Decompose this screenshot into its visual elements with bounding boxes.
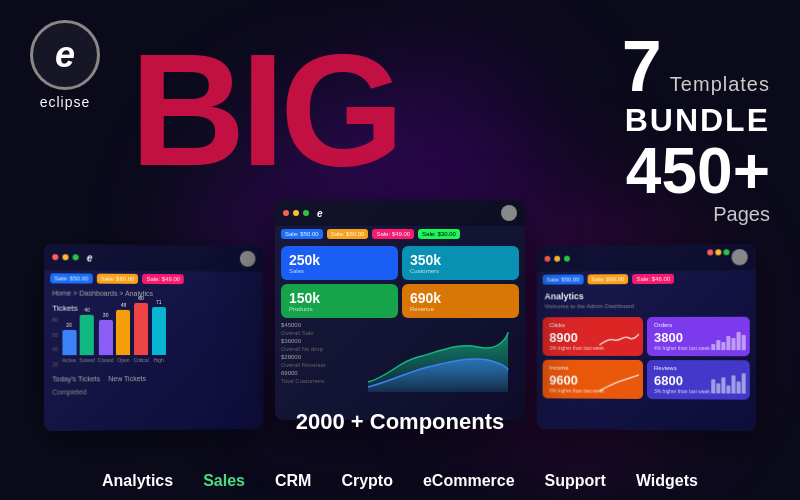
dot-green bbox=[73, 254, 79, 260]
brand-name: eclipse bbox=[40, 94, 91, 110]
stat-cards-grid: 250k Sales 350k Customers 150k Products … bbox=[275, 242, 525, 322]
metric-cards-grid: Clicks 8900 3% higher than last week Ord… bbox=[537, 313, 756, 404]
chart-label-3: $28000 bbox=[281, 354, 351, 360]
analytics-title: Analytics bbox=[537, 286, 756, 303]
reviews-sparkline bbox=[711, 373, 745, 393]
bar-critical bbox=[134, 303, 148, 355]
sales-label: Sales bbox=[289, 268, 390, 274]
reviews-title: Reviews bbox=[654, 365, 743, 371]
dash-center-avatar bbox=[501, 205, 517, 221]
metric-income: Income 9600 6% higher than last week bbox=[543, 360, 643, 399]
dash-right-header bbox=[537, 244, 756, 272]
dot-red-c bbox=[283, 210, 289, 216]
rpill-2: Sale: $60.00 bbox=[587, 274, 628, 284]
bar-group: 60Critical bbox=[133, 295, 148, 363]
bar-closed bbox=[99, 320, 113, 355]
nav-sales[interactable]: Sales bbox=[203, 472, 245, 490]
chart-label-2: $36000 bbox=[281, 338, 351, 344]
bar-group: 40Solved bbox=[79, 307, 94, 363]
headline-big: BIG bbox=[130, 30, 399, 190]
dashboard-center: e Sale: $50.00 Sale: $60.00 Sale: $49.00… bbox=[275, 200, 525, 420]
chart-label-1-sub: Overall Sale bbox=[281, 330, 351, 336]
bar-group: 48Open bbox=[116, 302, 130, 363]
dash-center-logo: e bbox=[317, 208, 323, 219]
dot-red-r bbox=[545, 256, 551, 262]
dashboard-right: Sale: $50.00 Sale: $60.00 Sale: $46.00 A… bbox=[537, 244, 756, 431]
cpill-4: Sale: $30.00 bbox=[418, 229, 460, 239]
dot-yellow-r bbox=[554, 256, 560, 262]
chart-label-4: 69000 bbox=[281, 370, 351, 376]
bar-group: 20Active bbox=[62, 322, 76, 363]
dot-green-c bbox=[303, 210, 309, 216]
dashboards-showcase: e Sale: $50.00 Sale: $60.00 Sale: $49.00… bbox=[10, 190, 790, 430]
bottom-navigation[interactable]: Analytics Sales CRM Crypto eCommerce Sup… bbox=[0, 472, 800, 490]
rpill-1: Sale: $50.00 bbox=[543, 274, 584, 284]
chart-label-3-sub: Overall Revenue bbox=[281, 362, 351, 368]
tickets-section: Tickets 80 60 40 20 20Active40Solved30Cl… bbox=[44, 300, 263, 372]
dash-logo: e bbox=[87, 252, 93, 263]
right-stats-pills: Sale: $50.00 Sale: $60.00 Sale: $46.00 bbox=[537, 270, 756, 287]
nav-analytics[interactable]: Analytics bbox=[102, 472, 173, 490]
cpill-2: Sale: $60.00 bbox=[327, 229, 369, 239]
sales-value: 250k bbox=[289, 252, 390, 268]
stat-card-customers: 350k Customers bbox=[402, 246, 519, 280]
bundle-label: BUNDLE bbox=[622, 102, 770, 139]
today-tickets-label: Today's Tickets bbox=[52, 375, 100, 382]
nav-crypto[interactable]: Crypto bbox=[341, 472, 393, 490]
dash-right-avatar bbox=[731, 249, 747, 265]
dot-green-r bbox=[564, 256, 570, 262]
products-label: Products bbox=[289, 306, 390, 312]
chart-label-2-sub: Overall No drop bbox=[281, 346, 351, 352]
chart-label-4-sub: Total Customers bbox=[281, 378, 351, 384]
new-tickets-label: New Tickets bbox=[108, 375, 146, 382]
pill-3: Sale: $49.00 bbox=[142, 274, 183, 284]
stat-card-revenue: 690k Revenue bbox=[402, 284, 519, 318]
income-sparkline bbox=[599, 373, 639, 393]
orders-title: Orders bbox=[654, 322, 743, 328]
metric-orders: Orders 3800 4% higher than last week bbox=[647, 317, 750, 356]
revenue-label: Revenue bbox=[410, 306, 511, 312]
dot-yellow-c bbox=[293, 210, 299, 216]
completed-label: Completed bbox=[44, 385, 263, 397]
dash-center-header: e bbox=[275, 200, 525, 226]
rpill-3: Sale: $46.00 bbox=[632, 274, 674, 284]
customers-label: Customers bbox=[410, 268, 511, 274]
nav-support[interactable]: Support bbox=[545, 472, 606, 490]
avatar-r1 bbox=[707, 249, 713, 255]
nav-ecommerce[interactable]: eCommerce bbox=[423, 472, 515, 490]
seven-number: 7 bbox=[622, 30, 662, 102]
nav-crm[interactable]: CRM bbox=[275, 472, 311, 490]
dash-left-header: e bbox=[44, 244, 263, 272]
chart-label-1: $45000 bbox=[281, 322, 351, 328]
logo-letter: e bbox=[55, 34, 75, 76]
brand-logo: e eclipse bbox=[30, 20, 100, 110]
bar-group: 71High bbox=[152, 299, 166, 363]
bar-high bbox=[152, 307, 166, 355]
bar-group: 30Closed bbox=[98, 312, 114, 363]
clicks-title: Clicks bbox=[549, 322, 636, 328]
cpill-1: Sale: $50.00 bbox=[281, 229, 323, 239]
analytics-subtitle: Welcome to the Admin Dashboard bbox=[537, 303, 756, 314]
pill-2: Sale: $60.00 bbox=[97, 274, 139, 284]
avatar-r2 bbox=[715, 249, 721, 255]
bar-chart-container: 80 60 40 20 20Active40Solved30Closed48Op… bbox=[52, 317, 255, 368]
bar-open bbox=[116, 310, 130, 355]
stats-pills: Sale: $50.00 Sale: $60.00 Sale: $49.00 bbox=[44, 270, 263, 287]
bar-solved bbox=[80, 315, 94, 355]
area-chart bbox=[357, 322, 519, 392]
bar-chart: 20Active40Solved30Closed48Open60Critical… bbox=[62, 317, 166, 368]
avatar-r3 bbox=[723, 249, 729, 255]
bar-active bbox=[62, 330, 76, 355]
metric-reviews: Reviews 6800 3% higher than last week bbox=[647, 360, 750, 400]
products-value: 150k bbox=[289, 290, 390, 306]
income-title: Income bbox=[549, 365, 636, 371]
orders-sparkline bbox=[711, 330, 745, 350]
cpill-3: Sale: $49.00 bbox=[372, 229, 414, 239]
center-stats-pills: Sale: $50.00 Sale: $60.00 Sale: $49.00 S… bbox=[275, 226, 525, 242]
clicks-sparkline bbox=[599, 330, 639, 350]
customers-value: 350k bbox=[410, 252, 511, 268]
pill-1: Sale: $50.00 bbox=[50, 273, 92, 283]
nav-widgets[interactable]: Widgets bbox=[636, 472, 698, 490]
dot-yellow bbox=[62, 254, 68, 260]
stat-card-sales: 250k Sales bbox=[281, 246, 398, 280]
